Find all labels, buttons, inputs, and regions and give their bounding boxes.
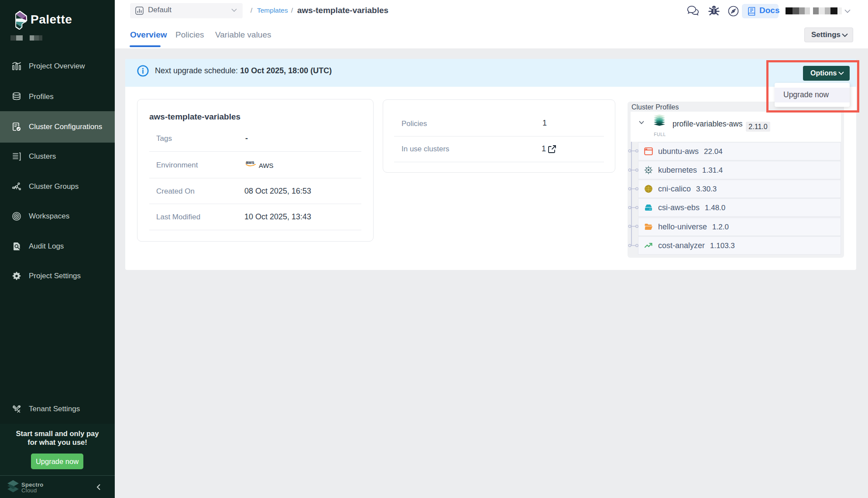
- svg-text:aws: aws: [246, 160, 254, 165]
